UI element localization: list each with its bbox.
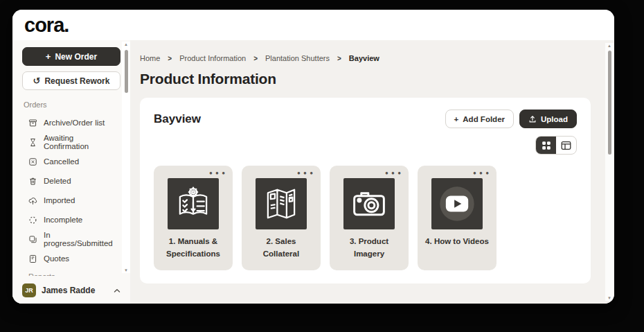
ellipsis-menu-icon[interactable]: ● ● ● <box>424 170 490 177</box>
folder-card-sales-collateral[interactable]: ● ● ● 2. Sales Collateral <box>242 166 321 270</box>
folder-card-product-imagery[interactable]: ● ● ● 3. Product Imagery <box>330 166 409 270</box>
clipped-section-label: Reports <box>28 272 120 276</box>
table-view-button[interactable] <box>556 137 576 154</box>
upload-label: Upload <box>541 115 568 123</box>
cloud-upload-icon <box>28 196 37 205</box>
breadcrumb-item-home[interactable]: Home <box>140 54 160 62</box>
folder-card-how-to-videos[interactable]: ● ● ● 4. How to Videos <box>418 166 497 270</box>
main-content: Home > Product Information > Plantation … <box>130 40 614 304</box>
breadcrumb-separator: > <box>253 55 258 62</box>
main-scrollbar[interactable]: ▲ ▼ <box>605 43 614 301</box>
sidebar-item-cancelled[interactable]: Cancelled <box>22 152 120 171</box>
hourglass-icon <box>28 138 37 147</box>
folder-thumbnail <box>256 178 307 229</box>
sidebar-item-label: Deleted <box>44 177 71 185</box>
breadcrumb-separator: > <box>337 55 341 62</box>
folder-label: 2. Sales Collateral <box>249 236 314 261</box>
folder-label: 4. How to Videos <box>424 236 490 248</box>
upload-icon <box>528 115 537 123</box>
scroll-up-icon[interactable]: ▲ <box>607 43 611 49</box>
cancelled-icon <box>28 157 37 166</box>
chevron-up-icon <box>114 288 120 293</box>
folder-thumbnail <box>431 178 483 229</box>
ellipsis-menu-icon[interactable]: ● ● ● <box>337 170 402 177</box>
top-bar: cora. <box>12 10 614 40</box>
plus-icon: + <box>454 115 459 123</box>
sidebar-item-quotes[interactable]: Quotes <box>22 249 120 268</box>
sidebar-item-imported[interactable]: Imported <box>22 191 120 210</box>
page-title: Product Information <box>140 71 591 87</box>
request-rework-label: Request Rework <box>44 76 109 86</box>
breadcrumb-separator: > <box>168 55 172 62</box>
sidebar-item-in-progress-submitted[interactable]: In progress/Submitted <box>22 229 120 249</box>
bayview-panel: Bayview + Add Folder Upload <box>140 98 591 283</box>
folder-thumbnail <box>168 178 219 229</box>
new-order-label: New Order <box>55 52 97 62</box>
sidebar-item-deleted[interactable]: Deleted <box>22 171 120 191</box>
user-name: James Radde <box>42 286 95 295</box>
folder-label: 3. Product Imagery <box>337 236 402 261</box>
scroll-up-icon[interactable]: ▲ <box>124 42 128 47</box>
sidebar: + New Order ↺ Request Rework Orders Arch… <box>12 40 130 304</box>
sidebar-item-label: Archive/Order list <box>44 119 105 127</box>
add-folder-button[interactable]: + Add Folder <box>445 110 514 128</box>
breadcrumb: Home > Product Information > Plantation … <box>140 54 591 62</box>
add-folder-label: Add Folder <box>463 115 505 123</box>
document-icon <box>28 254 37 263</box>
main-scrollbar-thumb[interactable] <box>608 51 611 155</box>
sidebar-item-label: Imported <box>44 196 75 204</box>
new-order-button[interactable]: + New Order <box>22 47 120 66</box>
folder-label: 1. Manuals & Specifications <box>161 236 226 261</box>
sidebar-scrollbar-thumb[interactable] <box>125 50 128 93</box>
sidebar-item-label: Cancelled <box>44 157 79 166</box>
rework-icon: ↺ <box>33 76 41 85</box>
view-toggle <box>535 136 577 155</box>
panel-title: Bayview <box>154 112 201 126</box>
sidebar-item-incomplete[interactable]: Incomplete <box>22 210 120 229</box>
sidebar-scrollbar[interactable]: ▲ ▼ <box>122 42 130 273</box>
grid-view-button[interactable] <box>536 137 556 154</box>
scroll-down-icon[interactable]: ▼ <box>124 268 128 273</box>
sidebar-item-label: Incomplete <box>44 216 82 224</box>
trash-icon <box>28 177 37 186</box>
breadcrumb-item-product-information[interactable]: Product Information <box>179 54 246 62</box>
orders-section-label: Orders <box>24 101 120 109</box>
app-window: cora. + New Order ↺ Request Rework Order… <box>12 10 614 304</box>
ellipsis-menu-icon[interactable]: ● ● ● <box>249 170 314 177</box>
ellipsis-menu-icon[interactable]: ● ● ● <box>161 170 226 177</box>
folder-card-manuals-specifications[interactable]: ● ● ● 1. Manu <box>154 166 233 270</box>
folder-thumbnail <box>343 178 395 229</box>
spinner-icon <box>28 216 37 225</box>
sidebar-item-awaiting-confirmation[interactable]: Awaiting Confirmation <box>22 132 120 152</box>
folder-grid: ● ● ● 1. Manu <box>154 166 577 270</box>
manual-book-icon <box>175 185 212 222</box>
scroll-down-icon[interactable]: ▼ <box>607 295 611 301</box>
video-play-icon <box>431 178 483 229</box>
plus-icon: + <box>46 52 51 61</box>
upload-button[interactable]: Upload <box>519 110 577 128</box>
breadcrumb-item-bayview[interactable]: Bayview <box>349 54 379 62</box>
sidebar-item-label: In progress/Submitted <box>44 231 120 247</box>
archive-icon <box>28 119 37 128</box>
camera-icon <box>350 185 388 222</box>
brochure-icon <box>262 185 300 222</box>
breadcrumb-item-plantation-shutters[interactable]: Plantation Shutters <box>265 54 330 62</box>
user-menu[interactable]: JR James Radde <box>12 277 130 304</box>
copy-icon <box>28 235 37 244</box>
cora-logo: cora. <box>24 15 69 35</box>
avatar: JR <box>22 283 36 297</box>
sidebar-item-archive-order-list[interactable]: Archive/Order list <box>22 113 120 132</box>
sidebar-item-label: Quotes <box>44 254 69 263</box>
sidebar-item-label: Awaiting Confirmation <box>44 134 120 150</box>
grid-icon <box>542 141 551 150</box>
table-icon <box>561 141 571 150</box>
request-rework-button[interactable]: ↺ Request Rework <box>22 71 120 90</box>
